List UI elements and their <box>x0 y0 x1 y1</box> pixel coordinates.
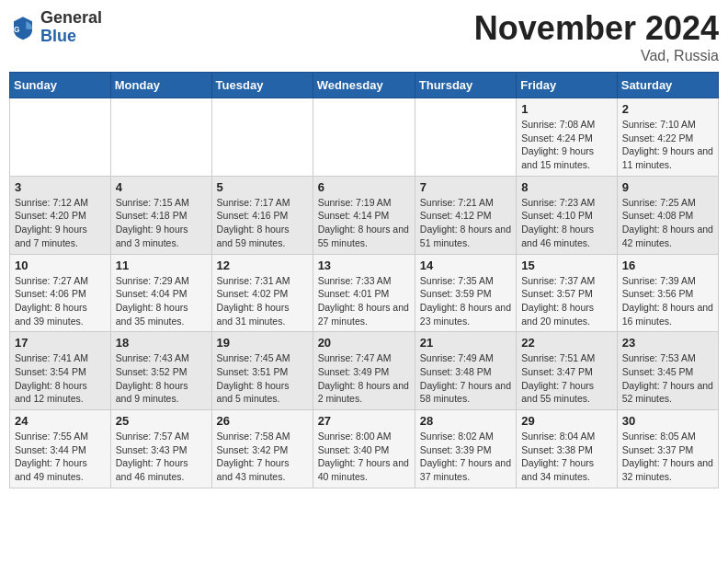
logo-text: General Blue <box>40 9 102 46</box>
day-info: Sunrise: 7:41 AM Sunset: 3:54 PM Dayligh… <box>15 351 106 406</box>
day-info: Sunrise: 7:27 AM Sunset: 4:06 PM Dayligh… <box>15 274 106 328</box>
day-info: Sunrise: 7:25 AM Sunset: 4:08 PM Dayligh… <box>622 196 713 250</box>
calendar-cell: 20Sunrise: 7:47 AM Sunset: 3:49 PM Dayli… <box>313 332 415 410</box>
day-number: 2 <box>622 102 713 116</box>
day-number: 10 <box>15 259 106 272</box>
calendar-cell: 15Sunrise: 7:37 AM Sunset: 3:57 PM Dayli… <box>517 254 618 332</box>
calendar-cell: 18Sunrise: 7:43 AM Sunset: 3:52 PM Dayli… <box>110 332 211 410</box>
day-info: Sunrise: 7:23 AM Sunset: 4:10 PM Dayligh… <box>521 196 612 250</box>
day-number: 26 <box>217 414 308 428</box>
calendar-cell <box>313 98 415 177</box>
day-number: 17 <box>15 336 106 350</box>
calendar-cell: 8Sunrise: 7:23 AM Sunset: 4:10 PM Daylig… <box>517 176 618 254</box>
day-number: 27 <box>318 414 410 428</box>
day-number: 5 <box>217 180 308 194</box>
calendar-cell <box>211 98 313 177</box>
calendar-cell: 2Sunrise: 7:10 AM Sunset: 4:22 PM Daylig… <box>617 98 718 177</box>
day-number: 13 <box>318 259 410 272</box>
weekday-header-monday: Monday <box>110 73 211 98</box>
calendar-cell: 7Sunrise: 7:21 AM Sunset: 4:12 PM Daylig… <box>415 176 516 254</box>
svg-text:G: G <box>14 25 19 34</box>
month-title: November 2024 <box>474 9 719 48</box>
day-info: Sunrise: 7:33 AM Sunset: 4:01 PM Dayligh… <box>318 274 410 328</box>
day-number: 30 <box>622 414 713 428</box>
calendar-cell: 3Sunrise: 7:12 AM Sunset: 4:20 PM Daylig… <box>10 176 111 254</box>
day-info: Sunrise: 7:49 AM Sunset: 3:48 PM Dayligh… <box>420 351 511 406</box>
day-info: Sunrise: 7:37 AM Sunset: 3:57 PM Dayligh… <box>521 274 612 328</box>
day-number: 19 <box>217 336 308 350</box>
calendar-cell: 9Sunrise: 7:25 AM Sunset: 4:08 PM Daylig… <box>617 176 718 254</box>
calendar-cell: 1Sunrise: 7:08 AM Sunset: 4:24 PM Daylig… <box>517 98 618 177</box>
calendar-cell: 12Sunrise: 7:31 AM Sunset: 4:02 PM Dayli… <box>211 254 313 332</box>
day-info: Sunrise: 7:51 AM Sunset: 3:47 PM Dayligh… <box>521 351 612 406</box>
day-number: 4 <box>116 180 207 194</box>
calendar-cell: 23Sunrise: 7:53 AM Sunset: 3:45 PM Dayli… <box>617 332 718 410</box>
calendar-cell: 30Sunrise: 8:05 AM Sunset: 3:37 PM Dayli… <box>617 410 718 488</box>
logo-icon: G <box>9 14 37 41</box>
day-number: 16 <box>622 259 713 272</box>
day-info: Sunrise: 7:39 AM Sunset: 3:56 PM Dayligh… <box>622 274 713 328</box>
day-number: 12 <box>217 259 308 272</box>
day-number: 29 <box>521 414 612 428</box>
calendar-cell: 25Sunrise: 7:57 AM Sunset: 3:43 PM Dayli… <box>110 410 211 488</box>
calendar-cell: 28Sunrise: 8:02 AM Sunset: 3:39 PM Dayli… <box>415 410 516 488</box>
day-number: 8 <box>521 180 612 194</box>
calendar-cell: 10Sunrise: 7:27 AM Sunset: 4:06 PM Dayli… <box>10 254 111 332</box>
day-info: Sunrise: 7:15 AM Sunset: 4:18 PM Dayligh… <box>116 196 207 250</box>
day-info: Sunrise: 7:35 AM Sunset: 3:59 PM Dayligh… <box>420 274 511 328</box>
day-info: Sunrise: 7:21 AM Sunset: 4:12 PM Dayligh… <box>420 196 511 250</box>
calendar-cell <box>10 98 111 177</box>
calendar-cell: 22Sunrise: 7:51 AM Sunset: 3:47 PM Dayli… <box>517 332 618 410</box>
calendar-cell <box>415 98 516 177</box>
day-number: 1 <box>521 102 612 116</box>
calendar-cell: 19Sunrise: 7:45 AM Sunset: 3:51 PM Dayli… <box>211 332 313 410</box>
weekday-header-sunday: Sunday <box>10 73 111 98</box>
day-info: Sunrise: 7:45 AM Sunset: 3:51 PM Dayligh… <box>217 351 308 406</box>
day-number: 15 <box>521 259 612 272</box>
day-number: 23 <box>622 336 713 350</box>
weekday-header-tuesday: Tuesday <box>211 73 313 98</box>
calendar-week-row: 17Sunrise: 7:41 AM Sunset: 3:54 PM Dayli… <box>10 332 719 410</box>
calendar-week-row: 3Sunrise: 7:12 AM Sunset: 4:20 PM Daylig… <box>10 176 719 254</box>
calendar-table: SundayMondayTuesdayWednesdayThursdayFrid… <box>9 72 719 488</box>
calendar-cell: 14Sunrise: 7:35 AM Sunset: 3:59 PM Dayli… <box>415 254 516 332</box>
day-number: 7 <box>420 180 511 194</box>
weekday-header-saturday: Saturday <box>617 73 718 98</box>
day-info: Sunrise: 7:55 AM Sunset: 3:44 PM Dayligh… <box>15 430 106 484</box>
calendar-cell: 21Sunrise: 7:49 AM Sunset: 3:48 PM Dayli… <box>415 332 516 410</box>
calendar-cell: 11Sunrise: 7:29 AM Sunset: 4:04 PM Dayli… <box>110 254 211 332</box>
day-info: Sunrise: 7:29 AM Sunset: 4:04 PM Dayligh… <box>116 274 207 328</box>
day-number: 9 <box>622 180 713 194</box>
weekday-header-thursday: Thursday <box>415 73 516 98</box>
calendar-cell: 16Sunrise: 7:39 AM Sunset: 3:56 PM Dayli… <box>617 254 718 332</box>
calendar-cell: 6Sunrise: 7:19 AM Sunset: 4:14 PM Daylig… <box>313 176 415 254</box>
day-info: Sunrise: 7:47 AM Sunset: 3:49 PM Dayligh… <box>318 351 410 406</box>
calendar-cell: 4Sunrise: 7:15 AM Sunset: 4:18 PM Daylig… <box>110 176 211 254</box>
day-info: Sunrise: 7:10 AM Sunset: 4:22 PM Dayligh… <box>622 118 713 172</box>
day-info: Sunrise: 8:00 AM Sunset: 3:40 PM Dayligh… <box>318 430 410 484</box>
day-info: Sunrise: 7:43 AM Sunset: 3:52 PM Dayligh… <box>116 351 207 406</box>
day-info: Sunrise: 8:05 AM Sunset: 3:37 PM Dayligh… <box>622 430 713 484</box>
calendar-week-row: 10Sunrise: 7:27 AM Sunset: 4:06 PM Dayli… <box>10 254 719 332</box>
location-title: Vad, Russia <box>474 48 719 64</box>
page-header: G General Blue November 2024 Vad, Russia <box>9 9 719 64</box>
day-number: 14 <box>420 259 511 272</box>
title-area: November 2024 Vad, Russia <box>474 9 719 64</box>
calendar-cell: 26Sunrise: 7:58 AM Sunset: 3:42 PM Dayli… <box>211 410 313 488</box>
calendar-week-row: 1Sunrise: 7:08 AM Sunset: 4:24 PM Daylig… <box>10 98 719 177</box>
weekday-header-wednesday: Wednesday <box>313 73 415 98</box>
day-number: 24 <box>15 414 106 428</box>
day-number: 25 <box>116 414 207 428</box>
day-info: Sunrise: 7:19 AM Sunset: 4:14 PM Dayligh… <box>318 196 410 250</box>
day-info: Sunrise: 8:02 AM Sunset: 3:39 PM Dayligh… <box>420 430 511 484</box>
day-number: 21 <box>420 336 511 350</box>
calendar-cell: 13Sunrise: 7:33 AM Sunset: 4:01 PM Dayli… <box>313 254 415 332</box>
day-number: 11 <box>116 259 207 272</box>
day-info: Sunrise: 7:53 AM Sunset: 3:45 PM Dayligh… <box>622 351 713 406</box>
day-number: 18 <box>116 336 207 350</box>
calendar-cell: 29Sunrise: 8:04 AM Sunset: 3:38 PM Dayli… <box>517 410 618 488</box>
day-info: Sunrise: 7:57 AM Sunset: 3:43 PM Dayligh… <box>116 430 207 484</box>
calendar-cell: 17Sunrise: 7:41 AM Sunset: 3:54 PM Dayli… <box>10 332 111 410</box>
day-info: Sunrise: 7:08 AM Sunset: 4:24 PM Dayligh… <box>521 118 612 172</box>
calendar-cell <box>110 98 211 177</box>
